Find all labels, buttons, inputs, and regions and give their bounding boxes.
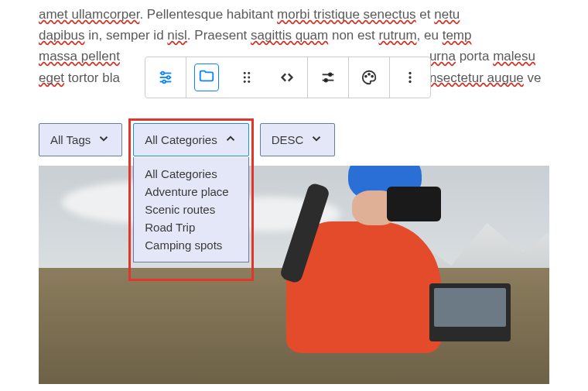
svg-point-17 [368,74,370,75]
svg-point-8 [244,77,246,79]
dropdown-item[interactable]: Road Trip [145,218,237,236]
chevron-down-icon [97,132,111,148]
kebab-icon [402,69,419,86]
dropdown-item[interactable]: All Categories [145,165,237,183]
chevron-up-icon [224,132,238,148]
move-buttons[interactable] [267,57,307,98]
svg-point-15 [324,79,327,82]
block-settings-button[interactable] [145,57,186,98]
folder-icon [198,67,215,84]
dropdown-item[interactable]: Adventure place [145,183,237,201]
svg-point-11 [248,81,250,83]
svg-point-5 [162,81,166,84]
drag-handle-button[interactable] [227,57,267,98]
drag-icon [238,69,255,86]
color-button[interactable] [349,57,389,98]
svg-point-18 [371,76,373,77]
block-toolbar [145,57,431,98]
sliders-icon [320,69,337,86]
categories-dropdown: All Categories Adventure place Scenic ro… [133,157,248,262]
sort-filter-label: DESC [272,133,304,146]
more-options-button[interactable] [390,57,430,98]
categories-filter-button[interactable]: All Categories [133,123,248,156]
align-button[interactable] [308,57,348,98]
sort-filter-button[interactable]: DESC [260,123,336,156]
featured-image [39,166,549,384]
dropdown-item[interactable]: Scenic routes [145,201,237,218]
dropdown-item[interactable]: Camping spots [145,236,237,254]
svg-point-13 [329,74,332,77]
tags-filter-button[interactable]: All Tags [39,123,122,156]
svg-point-20 [409,76,411,78]
svg-point-7 [248,72,250,74]
categories-filter-label: All Categories [145,133,217,146]
chevron-down-icon [309,132,323,148]
chevron-left-right-icon [279,69,296,86]
svg-point-10 [244,81,246,83]
svg-point-9 [248,77,250,79]
svg-point-1 [162,72,165,75]
tags-filter-label: All Tags [50,133,91,146]
palette-icon [361,69,378,86]
svg-point-3 [167,76,170,79]
svg-point-19 [409,72,411,74]
svg-point-16 [365,76,367,77]
block-type-button[interactable] [186,57,227,98]
svg-point-6 [244,72,246,74]
svg-point-21 [409,81,411,83]
